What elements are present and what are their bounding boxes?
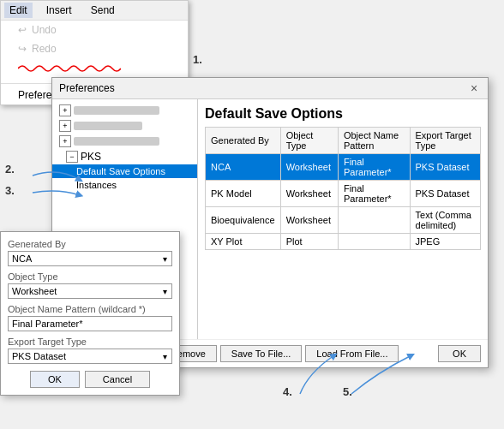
generated-by-label: Generated By — [8, 239, 172, 249]
cell-obj-type-3: Plot — [280, 234, 338, 250]
tree-expand-pks[interactable]: − — [66, 151, 78, 163]
tree-leaf-instances[interactable]: Instances — [52, 178, 197, 192]
export-target-select[interactable]: PKS Dataset Text (Comma delimited) JPEG — [8, 349, 172, 364]
cell-export-1: PKS Dataset — [410, 181, 480, 207]
cell-gen-by-3: XY Plot — [206, 234, 281, 250]
tree-item-1[interactable]: + — [52, 118, 197, 134]
tree-label-1 — [74, 122, 142, 130]
annotation-4: 4. — [283, 385, 292, 398]
tree-expand-2[interactable]: + — [59, 135, 71, 147]
undo-icon: ↩ — [18, 24, 27, 36]
tree-item-pks[interactable]: − PKS — [52, 149, 197, 164]
col-object-name: Object Name Pattern — [338, 128, 410, 154]
tree-label-2 — [74, 137, 159, 146]
content-title: Default Save Options — [205, 106, 481, 122]
cell-obj-name-0: Final Parameter* — [338, 154, 410, 181]
edit-ok-button[interactable]: OK — [30, 371, 80, 388]
dialog-titlebar: Preferences × — [52, 78, 488, 99]
generated-by-select-wrapper: NCA PK Model Bioequivalence XY Plot — [8, 251, 172, 266]
tree-leaf-default-save[interactable]: Default Save Options — [52, 164, 197, 178]
object-type-select[interactable]: Worksheet Plot — [8, 283, 172, 299]
annotation-5: 5. — [343, 385, 352, 398]
generated-by-group: Generated By NCA PK Model Bioequivalence… — [8, 239, 172, 266]
cell-obj-type-2: Worksheet — [280, 207, 338, 234]
annotation-1: 1. — [193, 53, 202, 66]
export-target-select-wrapper: PKS Dataset Text (Comma delimited) JPEG — [8, 349, 172, 364]
cell-gen-by-1: PK Model — [206, 181, 281, 207]
export-target-label: Export Target Type — [8, 337, 172, 347]
cell-gen-by-2: Bioequivalence — [206, 207, 281, 234]
tree-item-2[interactable]: + — [52, 134, 197, 149]
object-name-group: Object Name Pattern (wildcard *) — [8, 304, 172, 331]
dialog-title: Preferences — [59, 82, 115, 94]
edit-cancel-button[interactable]: Cancel — [85, 371, 150, 388]
tree-item-0[interactable]: + — [52, 103, 197, 118]
table-header: Generated By Object Type Object Name Pat… — [206, 128, 481, 154]
data-table: Generated By Object Type Object Name Pat… — [205, 127, 481, 250]
object-type-select-wrapper: Worksheet Plot — [8, 283, 172, 299]
ok-button[interactable]: OK — [438, 345, 481, 362]
object-name-input[interactable] — [8, 316, 172, 331]
menu-undo[interactable]: ↩ Undo — [1, 21, 188, 39]
load-from-file-button[interactable]: Load From File... — [305, 345, 399, 362]
object-name-label: Object Name Pattern (wildcard *) — [8, 304, 172, 314]
table-row[interactable]: PK Model Worksheet Final Parameter* PKS … — [206, 181, 481, 207]
cell-export-3: JPEG — [410, 234, 480, 250]
cell-export-2: Text (Comma delimited) — [410, 207, 480, 234]
table-body: NCA Worksheet Final Parameter* PKS Datas… — [206, 154, 481, 250]
cell-obj-type-1: Worksheet — [280, 181, 338, 207]
tree-label-pks: PKS — [81, 151, 101, 163]
col-generated-by: Generated By — [206, 128, 281, 154]
menu-edit[interactable]: Edit — [4, 3, 33, 18]
table-row[interactable]: XY Plot Plot JPEG — [206, 234, 481, 250]
edit-panel: Generated By NCA PK Model Bioequivalence… — [0, 231, 180, 396]
menu-send[interactable]: Send — [86, 3, 120, 18]
col-export-target: Export Target Type — [410, 128, 480, 154]
object-type-label: Object Type — [8, 271, 172, 282]
cell-obj-name-3 — [338, 234, 410, 250]
col-object-type: Object Type — [280, 128, 338, 154]
cell-obj-name-1: Final Parameter* — [338, 181, 410, 207]
object-type-group: Object Type Worksheet Plot — [8, 271, 172, 299]
cell-gen-by-0: NCA — [206, 154, 281, 181]
menu-redo[interactable]: ↪ Redo — [1, 39, 188, 58]
squiggle-graphic — [18, 62, 121, 75]
tree-label-0 — [74, 106, 159, 115]
save-to-file-button[interactable]: Save To File... — [220, 345, 303, 362]
close-button[interactable]: × — [467, 81, 481, 95]
annotation-3: 3. — [5, 184, 15, 197]
export-target-group: Export Target Type PKS Dataset Text (Com… — [8, 337, 172, 364]
menu-insert[interactable]: Insert — [41, 3, 77, 18]
cell-export-0: PKS Dataset — [410, 154, 480, 181]
redo-icon: ↪ — [18, 43, 27, 55]
table-row[interactable]: NCA Worksheet Final Parameter* PKS Datas… — [206, 154, 481, 181]
table-row[interactable]: Bioequivalence Worksheet Text (Comma del… — [206, 207, 481, 234]
cell-obj-type-0: Worksheet — [280, 154, 338, 181]
generated-by-select[interactable]: NCA PK Model Bioequivalence XY Plot — [8, 251, 172, 266]
tree-expand-0[interactable]: + — [59, 104, 71, 116]
menu-header: Edit Insert Send — [1, 1, 188, 21]
content-panel: Default Save Options Generated By Object… — [198, 99, 488, 339]
edit-panel-buttons: OK Cancel — [8, 371, 172, 388]
annotation-2: 2. — [5, 163, 15, 176]
cell-obj-name-2 — [338, 207, 410, 234]
tree-expand-1[interactable]: + — [59, 120, 71, 132]
